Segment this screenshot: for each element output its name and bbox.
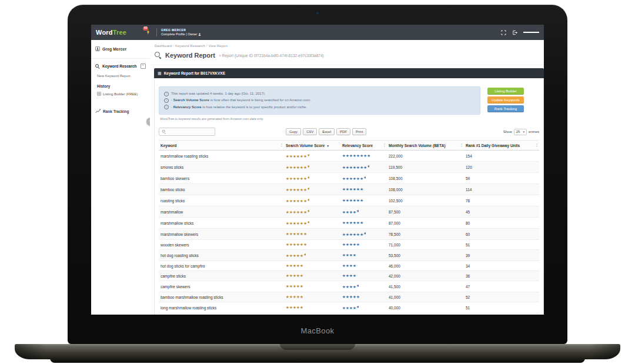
sidebar-item-new-keyword-report[interactable]: New Keyword Report [91,71,150,81]
keyword-cell: hot dog roasting sticks [159,250,284,261]
search-volume-note: i - Search Volume Score is how often tha… [164,97,475,103]
profile-summary[interactable]: GREG MERCER Complete Profile | Owner [156,28,201,36]
fullscreen-icon[interactable] [501,30,506,35]
breadcrumb: Dashboard/Keyword Research/View Report [150,40,544,49]
relevancy-stars: ★★★★ [340,250,387,261]
giveaway-units-cell: 52 [464,292,539,302]
search-volume-stars: ★★★★★ [284,292,340,302]
search-volume-stars: ★★★★★★★ [284,184,340,195]
search-volume-stars: ★★★★★ [284,271,340,281]
relevancy-note: i - Relevancy Score is how relative the … [164,104,475,111]
update-keywords-button[interactable]: Update Keywords [487,96,524,103]
keyword-cell: wooden skewers [159,240,284,250]
grid-icon: ▦ [158,71,162,76]
keyword-table: Keyword▲▼ Search Volume Score▼ Relevancy… [159,140,539,315]
giveaway-units-cell: 114 [464,184,539,195]
breadcrumb-item[interactable]: View Report [208,44,228,48]
search-volume-stars: ★★★★★★ [284,250,340,261]
search-volume-stars: ★★★★★★★ [284,151,340,162]
report-panel: i This report was updated 4 weeks, 1 day… [154,78,544,315]
profile-link-label: Complete Profile | Owner [161,32,197,36]
giveaway-units-cell: 51 [464,240,539,250]
export-print-button[interactable]: Print [352,128,366,135]
table-row: long skewers★★★★★★★★★40,00040 [159,313,539,315]
credits-indicator[interactable]: 63 [146,29,150,35]
table-row: long marshmallow roasting sticks★★★★★★★★… [159,302,539,313]
relevancy-stars: ★★★★★★★★ [340,162,387,173]
table-row: campfire sticks★★★★★★★★★42,00036 [159,271,539,281]
column-header-monthly-search-volume[interactable]: Monthly Search Volume (BETA)▲▼ [387,141,464,151]
chevron-down-icon: ▾ [523,130,524,133]
table-row: roasting sticks★★★★★★★★★★★★★102,50078 [159,195,539,206]
breadcrumb-separator: / [206,44,208,48]
giveaway-units-cell: 78 [464,195,539,206]
breadcrumb-item[interactable]: Dashboard [155,44,172,48]
column-header-giveaway-units[interactable]: Rank #1 Daily Giveaway Units▲▼ [464,141,539,151]
sidebar-item-listing-builder[interactable]: Listing Builder (FREE) [91,89,150,98]
giveaway-units-cell: 40 [464,313,539,315]
breadcrumb-item[interactable]: Keyword Research [175,44,205,48]
report-search-icon [155,52,162,59]
keyword-cell: marshmallow roasting sticks [159,151,284,162]
macbook-screen-bezel: WordTree 63 GREG MERCER Complete Profile… [68,5,567,344]
sidebar-user[interactable]: Greg Mercer [91,40,150,59]
monthly-volume-cell: 41,000 [387,292,464,302]
relevancy-stars: ★★★★★★ [340,195,387,206]
sort-icon: ▲▼ [460,143,463,148]
macbook-base-lip [50,358,585,363]
sort-icon: ▲▼ [536,143,538,148]
search-volume-stars: ★★★★★★★ [284,173,340,184]
navbar-actions [501,30,539,35]
entries-label: entries [529,130,539,133]
column-header-search-volume-score[interactable]: Search Volume Score▼ [284,141,340,151]
export-excel-button[interactable]: Excel [319,128,335,135]
keyword-filter[interactable] [159,128,215,136]
collapse-icon[interactable]: − [141,64,146,69]
listing-icon [97,92,101,96]
keyword-cell: marshmallow skewers [159,229,284,240]
entries-select[interactable]: 25 ▾ [514,129,527,135]
report-panel-title: Keyword Report for B017VXKVXE [164,71,225,75]
table-row: marshmallow skewers★★★★★★★★★★★★★78,50060 [159,229,539,240]
monthly-volume-cell: 108,500 [387,173,464,184]
wordtree-logo[interactable]: WordTree [96,29,126,36]
table-row: marshmallow★★★★★★★★★★★★87,50045 [159,206,539,218]
search-volume-stars: ★★★★★ [284,313,340,315]
complete-profile-link[interactable]: Complete Profile | Owner [161,32,201,36]
export-button-group: CopyCSVExcelPDFPrint [286,128,366,135]
monthly-volume-cell: 87,000 [387,218,464,229]
keyword-filter-input[interactable] [168,130,212,133]
show-label: Show [503,130,512,133]
page-subtitle: > Report (Unique ID 0f721b4a-bdf0-474f-8… [219,54,324,58]
menu-icon[interactable] [523,31,539,34]
logo-word: Word [96,29,113,36]
giveaway-units-cell: 47 [464,281,539,292]
export-csv-button[interactable]: CSV [303,128,317,135]
dash: - [171,98,172,102]
relevancy-stars: ★★★★ [340,271,387,281]
listing-builder-button[interactable]: Listing Builder [487,88,524,95]
export-copy-button[interactable]: Copy [286,128,301,135]
relevancy-stars: ★★★★★ [340,281,387,292]
info-icon: i [164,105,169,109]
sign-out-icon[interactable] [512,30,517,35]
export-pdf-button[interactable]: PDF [336,128,350,135]
data-source-disclaimer: WordTree.io keyword results are generate… [160,117,480,121]
keyword-cell: bamboo sticks [159,184,284,195]
monthly-volume-cell: 87,500 [387,206,464,218]
column-header-keyword[interactable]: Keyword▲▼ [159,141,284,151]
relevancy-stars: ★★★★★ [340,292,387,302]
rank-tracking-button[interactable]: Rank Tracking [487,105,524,112]
keyword-cell: smores sticks [159,162,284,173]
search-volume-stars: ★★★★★ [284,302,340,313]
sidebar-item-rank-tracking[interactable]: Rank Tracking [91,105,150,117]
search-volume-stars: ★★★★★★ [284,240,340,250]
giveaway-units-cell: 80 [464,218,539,229]
column-header-relevancy-score[interactable]: Relevancy Score▲▼ [340,141,387,151]
monthly-volume-cell: 42,000 [387,271,464,281]
sidebar: Greg Mercer Keyword Research − New Keywo… [91,40,151,315]
giveaway-units-cell: 45 [464,206,539,218]
report-notes: i This report was updated 4 weeks, 1 day… [159,86,480,121]
sidebar-item-keyword-research[interactable]: Keyword Research − [91,59,150,71]
keyword-cell: long marshmallow roasting sticks [159,302,284,313]
